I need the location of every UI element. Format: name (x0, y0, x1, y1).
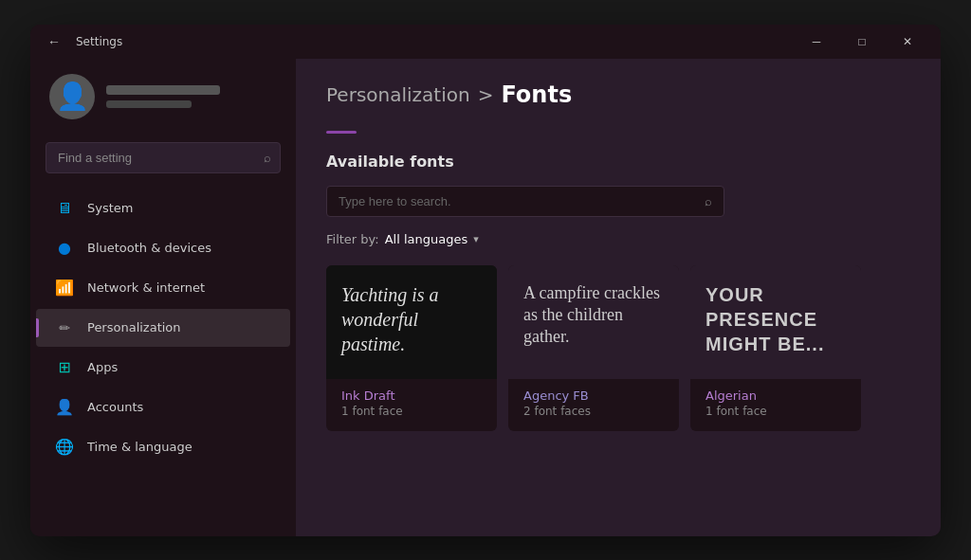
user-name (106, 85, 220, 95)
bluetooth-icon: ● (55, 239, 74, 258)
minimize-button[interactable]: ─ (795, 27, 838, 57)
accounts-icon: 👤 (55, 398, 74, 417)
maximize-button[interactable]: □ (840, 27, 884, 57)
font-faces-agency-fb: 2 font faces (523, 405, 664, 418)
breadcrumb-separator: > (478, 83, 494, 106)
font-name-algerian: Algerian (705, 388, 846, 403)
font-preview-text-ink-draft: Yachting is a wonderful pastime. (341, 282, 482, 356)
font-grid: Yachting is a wonderful pastime. Ink Dra… (326, 265, 910, 431)
main-content: Personalization > Fonts Available fonts … (296, 59, 941, 536)
font-search-icon: ⌕ (705, 194, 712, 208)
search-input[interactable] (46, 142, 281, 173)
font-info-agency-fb: Agency FB 2 font faces (508, 379, 679, 431)
font-faces-algerian: 1 font face (705, 405, 846, 418)
font-info-algerian: Algerian 1 font face (690, 379, 861, 431)
section-title: Available fonts (326, 153, 910, 171)
breadcrumb-current: Fonts (501, 81, 572, 108)
network-icon: 📶 (55, 279, 74, 298)
sidebar-label-bluetooth: Bluetooth & devices (87, 241, 211, 255)
breadcrumb-underline (326, 131, 357, 134)
font-faces-ink-draft: 1 font face (341, 405, 482, 418)
font-card-algerian[interactable]: YOUR PRESENCE MIGHT BE... Algerian 1 fon… (690, 265, 861, 431)
font-search-bar: ⌕ (326, 186, 724, 217)
font-search-input[interactable] (339, 194, 705, 208)
personalization-icon: ✏️ (55, 318, 74, 337)
system-icon: 🖥 (55, 199, 74, 218)
font-card-agency-fb[interactable]: A campfire crackles as the children gath… (508, 265, 679, 431)
sidebar-item-apps[interactable]: ⊞ Apps (36, 349, 290, 387)
titlebar-controls: ─ □ ✕ (795, 27, 929, 57)
filter-label: Filter by: (326, 232, 379, 246)
user-icon: 👤 (56, 81, 89, 112)
content-area: 👤 ⌕ 🖥 System ● Blueto (30, 59, 941, 536)
font-name-agency-fb: Agency FB (523, 388, 664, 403)
sidebar-label-time: Time & language (87, 440, 192, 454)
font-preview-text-algerian: YOUR PRESENCE MIGHT BE... (705, 282, 846, 356)
sidebar: 👤 ⌕ 🖥 System ● Blueto (30, 59, 296, 536)
font-card-ink-draft[interactable]: Yachting is a wonderful pastime. Ink Dra… (326, 265, 497, 431)
sidebar-label-accounts: Accounts (87, 400, 143, 414)
font-preview-agency-fb: A campfire crackles as the children gath… (508, 265, 679, 379)
search-icon: ⌕ (264, 151, 271, 165)
sidebar-label-personalization: Personalization (87, 320, 181, 334)
user-email (106, 100, 192, 108)
avatar: 👤 (49, 74, 95, 119)
breadcrumb: Personalization > Fonts (326, 81, 910, 108)
sidebar-item-bluetooth[interactable]: ● Bluetooth & devices (36, 229, 290, 267)
nav-menu: 🖥 System ● Bluetooth & devices 📶 Network… (30, 185, 296, 471)
font-preview-text-agency-fb: A campfire crackles as the children gath… (523, 282, 664, 349)
filter-chevron-icon: ▾ (473, 233, 479, 245)
titlebar-left: ← Settings (42, 30, 122, 53)
font-name-ink-draft: Ink Draft (341, 388, 482, 403)
font-preview-ink-draft: Yachting is a wonderful pastime. (326, 265, 497, 379)
sidebar-item-accounts[interactable]: 👤 Accounts (36, 388, 290, 426)
user-profile[interactable]: 👤 (30, 59, 296, 135)
sidebar-label-system: System (87, 201, 133, 215)
time-icon: 🌐 (55, 438, 74, 457)
titlebar: ← Settings ─ □ ✕ (30, 25, 941, 59)
user-info (106, 85, 220, 108)
close-button[interactable]: ✕ (886, 27, 929, 57)
filter-row: Filter by: All languages ▾ (326, 232, 910, 246)
back-button[interactable]: ← (42, 30, 66, 53)
filter-value[interactable]: All languages (385, 232, 468, 246)
sidebar-label-network: Network & internet (87, 280, 205, 295)
sidebar-item-time[interactable]: 🌐 Time & language (36, 428, 290, 466)
sidebar-item-system[interactable]: 🖥 System (36, 190, 290, 227)
titlebar-title: Settings (76, 35, 122, 48)
breadcrumb-parent: Personalization (326, 83, 470, 106)
search-box: ⌕ (46, 142, 281, 173)
sidebar-item-personalization[interactable]: ✏️ Personalization (36, 309, 290, 347)
settings-window: ← Settings ─ □ ✕ 👤 ⌕ (30, 25, 941, 536)
sidebar-item-network[interactable]: 📶 Network & internet (36, 269, 290, 307)
font-info-ink-draft: Ink Draft 1 font face (326, 379, 497, 431)
font-preview-algerian: YOUR PRESENCE MIGHT BE... (690, 265, 861, 379)
apps-icon: ⊞ (55, 358, 74, 377)
sidebar-label-apps: Apps (87, 360, 118, 374)
